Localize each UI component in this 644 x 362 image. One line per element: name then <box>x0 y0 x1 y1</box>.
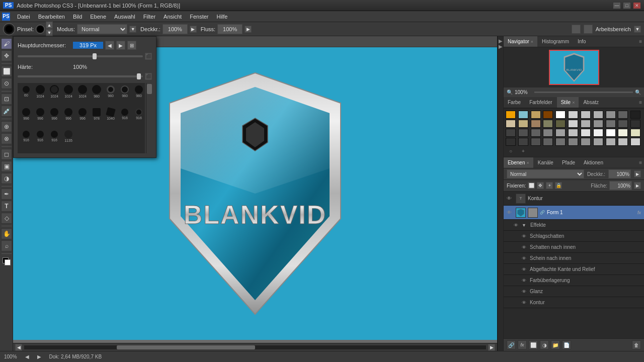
layer-form1-eye[interactable]: 👁 <box>507 210 514 215</box>
swatch-17[interactable] <box>581 120 591 128</box>
brush-item-8[interactable]: 980 <box>118 85 131 98</box>
layer-group-btn[interactable]: 📁 <box>551 340 560 349</box>
layer-adj-btn[interactable]: ◑ <box>540 340 549 349</box>
swatch-31[interactable] <box>618 129 628 137</box>
swatch-40[interactable] <box>593 138 603 146</box>
swatch-18[interactable] <box>593 120 603 128</box>
swatch-26[interactable] <box>555 129 566 137</box>
sub-kontur-effect-eye[interactable]: 👁 <box>522 300 528 305</box>
swatch-27[interactable] <box>568 129 578 137</box>
hardness-slider-thumb[interactable] <box>137 73 141 79</box>
sub-schein-innen-eye[interactable]: 👁 <box>522 256 528 261</box>
brush-item-6[interactable]: 980 <box>90 85 103 98</box>
tab-navigator[interactable]: Navigator × <box>504 36 538 47</box>
brush-item-20[interactable]: 916 <box>34 130 47 143</box>
brush-preview-icon[interactable] <box>3 23 15 35</box>
size-slider-track[interactable] <box>18 55 143 57</box>
menu-datei[interactable]: Datei <box>13 11 34 22</box>
swatch-39[interactable] <box>581 138 591 146</box>
swatch-42[interactable] <box>618 138 628 146</box>
color-panel-expand[interactable]: ≡ <box>639 100 642 105</box>
menu-ebene[interactable]: Ebene <box>86 11 110 22</box>
swatch-12[interactable] <box>518 120 528 128</box>
layer-mask-btn[interactable]: ⬜ <box>529 340 538 349</box>
brush-item-12[interactable]: 996 <box>48 108 61 121</box>
swatch-21[interactable] <box>630 120 640 128</box>
mode-arrow[interactable]: ▼ <box>129 26 136 33</box>
swatch-34[interactable] <box>518 138 528 146</box>
sub-bevel-eye[interactable]: 👁 <box>522 267 528 272</box>
sub-kontur-effect[interactable]: 👁 Kontur <box>504 297 644 308</box>
flow-input[interactable] <box>217 24 243 34</box>
swatch-2[interactable] <box>531 111 541 119</box>
sub-schlagschatten[interactable]: 👁 Schlagschatten <box>504 231 644 242</box>
swatch-15[interactable] <box>555 120 566 128</box>
brush-prev-btn[interactable]: ◀ <box>105 41 114 50</box>
tab-histogramm[interactable]: Histogramm <box>538 36 574 47</box>
brush-options-btn[interactable]: ⊞ <box>127 41 136 50</box>
layers-panel-expand[interactable]: ≡ <box>639 160 642 165</box>
flow-arrow[interactable]: ▶ <box>245 26 252 33</box>
hardness-slider-track[interactable] <box>18 75 143 77</box>
swatch-35[interactable] <box>531 138 541 146</box>
size-slider-end[interactable]: ⬛ <box>145 53 152 60</box>
opacity-arrow[interactable]: ▶ <box>190 26 197 33</box>
tab-pfade[interactable]: Pfade <box>558 157 580 168</box>
pen-tool[interactable]: ✒ <box>1 189 12 200</box>
layer-kontur-eye[interactable]: 👁 <box>507 196 514 201</box>
swatch-36[interactable] <box>543 138 553 146</box>
effekte-arrow[interactable]: ▼ <box>522 223 526 228</box>
fix-icon-4[interactable]: 🔒 <box>555 182 562 189</box>
swatch-30[interactable] <box>606 129 616 137</box>
sub-effekte[interactable]: 👁 ▼ Effekte <box>504 220 644 231</box>
swatch-4[interactable] <box>555 111 566 119</box>
mode-select[interactable]: Normal <box>77 24 127 34</box>
brush-item-15[interactable]: 978 <box>90 108 103 121</box>
scroll-track-h[interactable] <box>24 345 486 349</box>
brush-item-21[interactable]: 916 <box>48 130 61 143</box>
swatch-22[interactable] <box>506 129 516 137</box>
swatch-3[interactable] <box>543 111 553 119</box>
tab-ebenen[interactable]: Ebenen × <box>504 157 534 168</box>
swatch-0[interactable] <box>506 111 516 119</box>
brush-item-11[interactable]: 996 <box>34 108 47 121</box>
brush-item-1[interactable]: 60 <box>20 85 33 98</box>
minimize-button[interactable]: — <box>613 2 621 9</box>
swatch-special-1[interactable]: ○ <box>506 147 516 155</box>
layer-fx-btn[interactable]: fx <box>518 340 527 349</box>
tab-farbe[interactable]: Farbe <box>504 97 525 108</box>
eraser-tool[interactable]: ◻ <box>1 149 12 160</box>
tab-info[interactable]: Info <box>574 36 591 47</box>
menu-bearbeiten[interactable]: Bearbeiten <box>34 11 69 22</box>
shape-tool[interactable]: ◇ <box>1 213 12 224</box>
zoom-input[interactable] <box>515 89 532 95</box>
swatch-special-2[interactable]: + <box>518 147 528 155</box>
swatch-14[interactable] <box>543 120 553 128</box>
collapse-right-btn[interactable]: ▶▶ <box>498 38 503 49</box>
fg-bg-colors[interactable] <box>1 256 12 267</box>
brush-item-19[interactable]: 916 <box>20 130 33 143</box>
menu-bild[interactable]: Bild <box>69 11 86 22</box>
sub-glanz[interactable]: 👁 Glanz <box>504 286 644 297</box>
sub-effekte-eye[interactable]: 👁 <box>514 223 520 228</box>
hardness-slider-end[interactable]: ⬛ <box>145 73 152 80</box>
menu-hilfe[interactable]: Hilfe <box>212 11 231 22</box>
blend-mode-select[interactable]: Normal <box>507 169 584 178</box>
layer-opacity-input[interactable] <box>608 169 631 178</box>
swatch-10[interactable] <box>630 111 640 119</box>
scroll-right-btn[interactable]: ▶ <box>488 344 495 351</box>
ebenen-close[interactable]: × <box>526 160 529 165</box>
canvas-scrollbar-h[interactable]: ◀ ▶ <box>13 343 497 351</box>
brush-item-10[interactable]: 996 <box>20 108 33 121</box>
clone-tool[interactable]: ⊗ <box>1 133 12 144</box>
brush-item-7[interactable]: 980 <box>104 85 117 98</box>
navigator-close[interactable]: × <box>531 39 533 44</box>
eyedropper-tool[interactable]: 💉 <box>1 106 12 117</box>
brush-item-13[interactable]: 996 <box>62 108 75 121</box>
brush-item-22[interactable]: 1135 <box>62 130 75 143</box>
swatch-6[interactable] <box>581 111 591 119</box>
brush-size-up[interactable]: ▲ <box>46 22 53 29</box>
swatch-33[interactable] <box>506 138 516 146</box>
tab-aktionen[interactable]: Aktionen <box>580 157 608 168</box>
sub-schein-innen[interactable]: 👁 Schein nach innen <box>504 253 644 264</box>
